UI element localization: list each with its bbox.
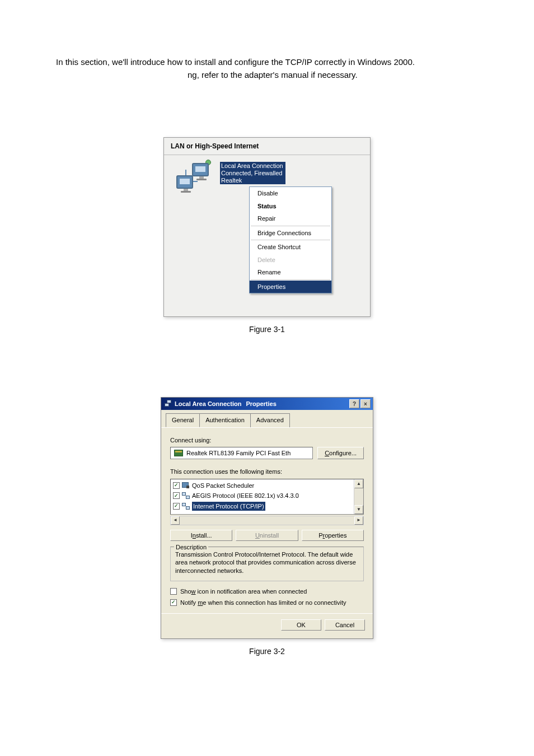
title-text-a: Local Area Connection xyxy=(175,399,241,409)
scroll-right-icon[interactable]: ► xyxy=(354,516,363,525)
menu-item-status[interactable]: Status xyxy=(250,200,331,213)
scroll-track[interactable] xyxy=(354,488,363,505)
intro-line1: In this section, we'll introduce how to … xyxy=(56,56,478,69)
connection-icon[interactable] xyxy=(176,163,214,190)
connection-status: Connected, Firewalled xyxy=(221,170,283,177)
properties-button[interactable]: Properties xyxy=(302,530,364,541)
close-button[interactable]: × xyxy=(360,399,371,408)
protocol-icon xyxy=(182,492,190,499)
tabs: General Authentication Advanced xyxy=(161,410,373,428)
uninstall-button: Uninstall xyxy=(236,530,298,541)
scroll-track[interactable] xyxy=(180,516,354,525)
scroll-left-icon[interactable]: ◄ xyxy=(171,516,180,525)
scroll-up-icon[interactable]: ▲ xyxy=(354,479,363,488)
intro-paragraph: In this section, we'll introduce how to … xyxy=(56,56,478,81)
checkbox-checked-icon[interactable]: ✓ xyxy=(170,599,177,606)
figure-caption: Figure 3-1 xyxy=(56,324,478,335)
connection-adapter: Realtek xyxy=(221,177,283,184)
pane-header: LAN or High-Speed Internet xyxy=(164,138,370,153)
list-item[interactable]: ✓ AEGIS Protocol (IEEE 802.1x) v3.4.3.0 xyxy=(171,491,353,501)
menu-separator xyxy=(251,226,330,226)
menu-item-repair[interactable]: Repair xyxy=(250,212,331,225)
context-menu: Disable Status Repair Bridge Connections… xyxy=(249,186,332,293)
menu-item-properties[interactable]: Properties xyxy=(250,281,331,293)
description-group: Description Transmission Control Protoco… xyxy=(170,547,364,582)
horizontal-scrollbar[interactable]: ◄ ► xyxy=(170,516,364,525)
title-text-b: Properties xyxy=(246,399,276,409)
install-button[interactable]: Install... xyxy=(170,530,232,541)
notify-checkbox-row[interactable]: ✓ Notify me when this connection has lim… xyxy=(170,598,364,608)
show-icon-checkbox-row[interactable]: ✓ Show icon in notification area when co… xyxy=(170,587,364,596)
item-label: AEGIS Protocol (IEEE 802.1x) v3.4.3.0 xyxy=(192,491,299,501)
checkbox-checked-icon[interactable]: ✓ xyxy=(173,482,180,489)
configure-button[interactable]: Configure... xyxy=(317,447,364,459)
network-card-icon xyxy=(174,450,183,456)
menu-separator xyxy=(251,279,330,280)
connection-name: Local Area Connection xyxy=(221,162,283,170)
figure-caption: Figure 3-2 xyxy=(56,646,478,657)
list-item-selected[interactable]: ✓ Internet Protocol (TCP/IP) xyxy=(171,501,353,512)
vertical-scrollbar[interactable]: ▲ ▼ xyxy=(354,479,363,514)
notify-label: Notify me when this connection has limit… xyxy=(180,598,346,608)
menu-item-create-shortcut[interactable]: Create Shortcut xyxy=(250,241,331,254)
scroll-down-icon[interactable]: ▼ xyxy=(354,505,363,514)
divider xyxy=(164,155,370,155)
adapter-name: Realtek RTL8139 Family PCI Fast Eth xyxy=(186,449,291,458)
tab-general[interactable]: General xyxy=(166,413,200,427)
menu-item-disable[interactable]: Disable xyxy=(250,187,331,200)
monitor-icon xyxy=(176,175,193,189)
tab-authentication[interactable]: Authentication xyxy=(199,413,251,427)
titlebar[interactable]: Local Area Connection Properties ? × xyxy=(161,398,373,410)
connection-icon xyxy=(165,400,172,408)
cancel-button[interactable]: Cancel xyxy=(325,619,365,631)
network-connections-pane: LAN or High-Speed Internet Local Area Co… xyxy=(163,137,371,317)
adapter-field: Realtek RTL8139 Family PCI Fast Eth xyxy=(170,447,313,459)
window-title: Local Area Connection Properties xyxy=(175,399,349,409)
checkbox-checked-icon[interactable]: ✓ xyxy=(173,492,180,499)
menu-item-rename[interactable]: Rename xyxy=(250,266,331,279)
intro-line2: ng, refer to the adapter's manual if nec… xyxy=(56,69,478,82)
ok-button[interactable]: OK xyxy=(281,619,321,631)
scheduler-icon xyxy=(182,482,190,489)
connect-using-label: Connect using: xyxy=(170,436,364,445)
protocol-icon xyxy=(182,503,190,510)
description-label: Description xyxy=(174,543,208,552)
menu-item-bridge[interactable]: Bridge Connections xyxy=(250,227,331,240)
properties-dialog: Local Area Connection Properties ? × Gen… xyxy=(161,397,373,639)
item-label: QoS Packet Scheduler xyxy=(192,481,254,491)
menu-item-delete: Delete xyxy=(250,254,331,267)
item-label: Internet Protocol (TCP/IP) xyxy=(192,502,265,511)
tab-advanced[interactable]: Advanced xyxy=(250,413,290,427)
checkbox-checked-icon[interactable]: ✓ xyxy=(173,503,180,510)
help-button[interactable]: ? xyxy=(349,399,359,408)
connection-label-selected[interactable]: Local Area Connection Connected, Firewal… xyxy=(220,162,285,184)
checkbox-unchecked-icon[interactable]: ✓ xyxy=(170,588,177,595)
description-text: Transmission Control Protocol/Internet P… xyxy=(175,550,359,576)
items-listbox[interactable]: ✓ QoS Packet Scheduler ✓ AEGIS Protocol … xyxy=(170,479,364,515)
list-item[interactable]: ✓ QoS Packet Scheduler xyxy=(171,480,353,491)
show-icon-label: Show icon in notification area when conn… xyxy=(180,587,307,596)
uses-items-label: This connection uses the following items… xyxy=(170,467,364,477)
menu-separator xyxy=(251,240,330,240)
